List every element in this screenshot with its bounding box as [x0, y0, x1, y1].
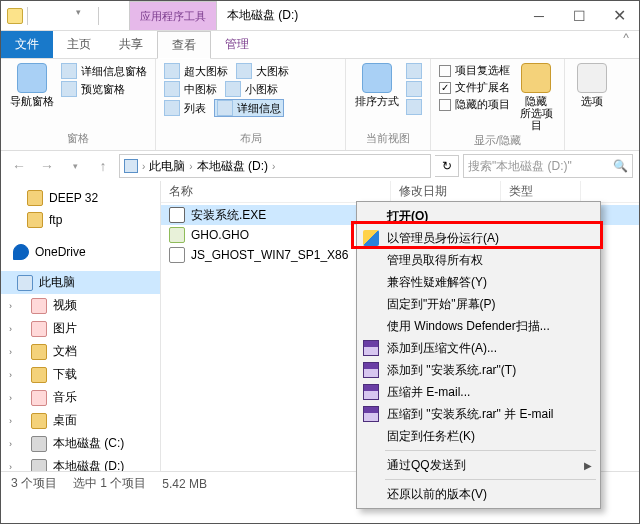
hidden-items-toggle[interactable]: 隐藏的项目	[439, 97, 510, 112]
search-placeholder: 搜索"本地磁盘 (D:)"	[468, 158, 572, 175]
navigation-bar: ← → ▾ ↑ › 此电脑 › 本地磁盘 (D:) › ↻ 搜索"本地磁盘 (D…	[1, 151, 639, 181]
breadcrumb-pc[interactable]: 此电脑	[149, 158, 185, 175]
tab-home[interactable]: 主页	[53, 31, 105, 58]
maximize-button[interactable]: ☐	[559, 1, 599, 30]
shield-icon	[363, 230, 379, 246]
sort-by-button[interactable]: 排序方式	[354, 63, 400, 107]
layout-extra-large[interactable]: 超大图标	[164, 63, 228, 79]
close-button[interactable]: ✕	[599, 1, 639, 30]
breadcrumb[interactable]: › 此电脑 › 本地磁盘 (D:) ›	[119, 154, 431, 178]
breadcrumb-drive[interactable]: 本地磁盘 (D:)	[197, 158, 268, 175]
media-icon	[31, 390, 47, 406]
options-button[interactable]: 选项	[573, 63, 611, 107]
ctx-add-archive[interactable]: 添加到压缩文件(A)...	[357, 337, 600, 359]
layout-details[interactable]: 详细信息	[214, 99, 284, 117]
separator	[98, 7, 99, 25]
details-pane-button[interactable]: 详细信息窗格	[61, 63, 147, 79]
col-type[interactable]: 类型	[501, 181, 581, 202]
hide-selected-button[interactable]: 隐藏 所选项目	[516, 63, 556, 131]
collapse-ribbon-button[interactable]: ^	[613, 31, 639, 58]
ribbon-group-current-view: 排序方式 当前视图	[346, 59, 431, 150]
ctx-add-rar[interactable]: 添加到 "安装系统.rar"(T)	[357, 359, 600, 381]
expand-arrow-icon: ›	[9, 301, 19, 311]
tab-view[interactable]: 查看	[157, 31, 211, 59]
ribbon-group-layout: 超大图标 大图标 中图标 小图标 列表 详细信息 布局	[156, 59, 346, 150]
separator	[385, 450, 596, 451]
archive-icon	[363, 362, 379, 378]
ribbon-tabs: 文件 主页 共享 查看 管理 ^	[1, 31, 639, 59]
ctx-restore-prev[interactable]: 还原以前的版本(V)	[357, 483, 600, 505]
ctx-troubleshoot[interactable]: 兼容性疑难解答(Y)	[357, 271, 600, 293]
layout-list[interactable]: 列表	[164, 99, 206, 117]
ctx-send-qq[interactable]: 通过QQ发送到▶	[357, 454, 600, 476]
search-input[interactable]: 搜索"本地磁盘 (D:)" 🔍	[463, 154, 633, 178]
qat-icon[interactable]	[32, 7, 50, 25]
col-name[interactable]: 名称	[161, 181, 391, 202]
col-date[interactable]: 修改日期	[391, 181, 501, 202]
cloud-icon	[13, 244, 29, 260]
sidebar-item-label: 本地磁盘 (D:)	[53, 458, 124, 471]
ribbon-group-panes: 导航窗格 详细信息窗格 预览窗格 窗格	[1, 59, 156, 150]
drive-icon	[31, 459, 47, 472]
sidebar-item[interactable]: ›本地磁盘 (C:)	[1, 432, 160, 455]
qat-dropdown-icon[interactable]: ▾	[76, 7, 94, 25]
titlebar: ▾ 应用程序工具 本地磁盘 (D:) ─ ☐ ✕	[1, 1, 639, 31]
file-extensions-toggle[interactable]: 文件扩展名	[439, 80, 510, 95]
sidebar-item-label: OneDrive	[35, 245, 86, 259]
sidebar-item[interactable]: ›音乐	[1, 386, 160, 409]
up-button[interactable]: ↑	[91, 154, 115, 178]
ctx-pin-start[interactable]: 固定到"开始"屏幕(P)	[357, 293, 600, 315]
sidebar-item[interactable]: ›桌面	[1, 409, 160, 432]
preview-pane-icon	[61, 81, 77, 97]
layout-medium[interactable]: 中图标	[164, 81, 217, 97]
addcolumns-button[interactable]	[406, 81, 422, 97]
quick-access-toolbar: ▾	[32, 7, 94, 25]
preview-pane-button[interactable]: 预览窗格	[61, 81, 147, 97]
nav-pane-button[interactable]: 导航窗格	[9, 63, 55, 107]
sidebar-item[interactable]: ›本地磁盘 (D:)	[1, 455, 160, 471]
sidebar-item[interactable]: ›视频	[1, 294, 160, 317]
sidebar-item-label: 音乐	[53, 389, 77, 406]
sidebar-item-label: 文档	[53, 343, 77, 360]
layout-large[interactable]: 大图标	[236, 63, 289, 79]
ctx-compress-email[interactable]: 压缩并 E-mail...	[357, 381, 600, 403]
sidebar-item-label: 视频	[53, 297, 77, 314]
archive-icon	[363, 340, 379, 356]
ctx-admin-ownership[interactable]: 管理员取得所有权	[357, 249, 600, 271]
groupby-button[interactable]	[406, 63, 422, 79]
group-label: 当前视图	[354, 129, 422, 146]
separator	[27, 7, 28, 25]
expand-arrow-icon: ˅	[1, 278, 5, 288]
sidebar-item[interactable]: ftp	[1, 209, 160, 231]
tab-manage[interactable]: 管理	[211, 31, 263, 58]
file-icon	[169, 247, 185, 263]
forward-button[interactable]: →	[35, 154, 59, 178]
ctx-open[interactable]: 打开(O)	[357, 205, 600, 227]
back-button[interactable]: ←	[7, 154, 31, 178]
ctx-pin-taskbar[interactable]: 固定到任务栏(K)	[357, 425, 600, 447]
tab-share[interactable]: 共享	[105, 31, 157, 58]
file-icon	[169, 227, 185, 243]
minimize-button[interactable]: ─	[519, 1, 559, 30]
tab-file[interactable]: 文件	[1, 31, 53, 58]
sidebar-item-label: 此电脑	[39, 274, 75, 291]
layout-small[interactable]: 小图标	[225, 81, 278, 97]
nav-pane-icon	[17, 63, 47, 93]
sidebar-item[interactable]: ›文档	[1, 340, 160, 363]
refresh-button[interactable]: ↻	[435, 155, 459, 177]
item-checkboxes-toggle[interactable]: 项目复选框	[439, 63, 510, 78]
ctx-run-as-admin[interactable]: 以管理员身份运行(A)	[357, 227, 600, 249]
history-dropdown[interactable]: ▾	[63, 154, 87, 178]
sidebar-item[interactable]: ›下载	[1, 363, 160, 386]
sidebar-item[interactable]: DEEP 32	[1, 187, 160, 209]
sidebar-item[interactable]: ›图片	[1, 317, 160, 340]
ctx-compress-rar-email[interactable]: 压缩到 "安装系统.rar" 并 E-mail	[357, 403, 600, 425]
window-title: 本地磁盘 (D:)	[227, 7, 519, 24]
sidebar-item[interactable]: ˅此电脑	[1, 271, 160, 294]
sizecolumns-button[interactable]	[406, 99, 422, 115]
qat-icon[interactable]	[54, 7, 72, 25]
file-name: 安装系统.EXE	[191, 207, 266, 224]
expand-arrow-icon: ›	[9, 393, 19, 403]
ctx-defender[interactable]: 使用 Windows Defender扫描...	[357, 315, 600, 337]
sidebar-item[interactable]: OneDrive	[1, 241, 160, 263]
